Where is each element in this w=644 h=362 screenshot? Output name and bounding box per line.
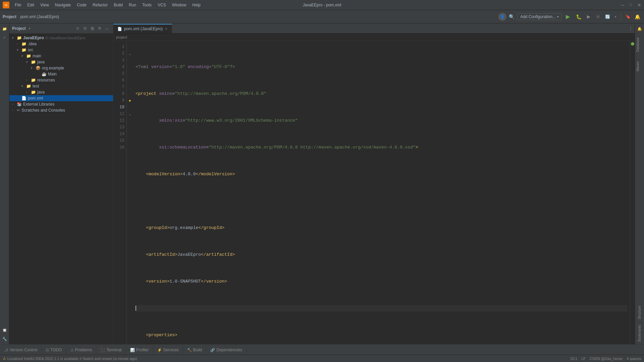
tab-overflow-btn[interactable]: ⋮ xyxy=(627,24,635,33)
maximize-button[interactable]: □ xyxy=(630,2,632,8)
tab-close-btn[interactable]: ✕ xyxy=(165,27,168,31)
run-with-coverage-btn[interactable]: ▶ xyxy=(585,13,593,21)
menu-run[interactable]: Run xyxy=(126,2,139,8)
tree-label-test-java: java xyxy=(37,90,45,95)
tree-item-java-folder[interactable]: ▾ 📁 java xyxy=(9,59,113,65)
tree-label-src: src xyxy=(28,48,33,52)
code-line-5: <modelVersion>4.0.0</modelVersion> xyxy=(136,171,627,178)
menu-refactor[interactable]: Refactor xyxy=(90,2,110,8)
chevron-down-icon-src: ▾ xyxy=(17,48,21,52)
tree-item-idea[interactable]: › 📁 .idea xyxy=(9,41,113,47)
chevron-right-extlibs: › xyxy=(12,103,17,106)
plugins-tool-btn[interactable]: 🔧 xyxy=(1,335,9,343)
notifications-btn[interactable]: 🔔 xyxy=(636,25,644,33)
code-line-4: xsi:schemaLocation="http://maven.apache.… xyxy=(136,144,627,151)
tab-xml-icon: 📄 xyxy=(117,27,122,31)
status-warning-text[interactable]: Localized IntelliJ IDEA 2022.1.1 is avai… xyxy=(7,357,137,361)
bottom-tab-problems[interactable]: ⚠ Problems xyxy=(66,345,97,355)
deps-icon: 🔗 xyxy=(210,348,215,352)
tree-item-src[interactable]: ▾ 📁 src xyxy=(9,47,113,53)
chevron-down-icon-org: ▾ xyxy=(31,66,36,70)
tree-item-main-class[interactable]: ☕ Main xyxy=(9,71,113,77)
code-line-9: <version>1.0-SNAPSHOT</version> xyxy=(136,278,627,285)
menu-bar: File Edit View Navigate Code Refactor Bu… xyxy=(12,2,203,8)
menu-view[interactable]: View xyxy=(38,2,52,8)
editor-tab-bar: 📄 pom.xml (JavaEEpro) ✕ ⋮ xyxy=(113,23,635,34)
main-folder-icon: 📁 xyxy=(26,54,31,58)
tree-item-extlibs[interactable]: › 📚 External Libraries xyxy=(9,101,113,107)
indent-info[interactable]: 4 spaces xyxy=(627,357,641,361)
scroll-to-file-btn[interactable]: ⊙ xyxy=(74,25,81,32)
tree-item-scratches[interactable]: › ✏ Scratches and Consoles xyxy=(9,107,113,113)
bottom-tab-todo[interactable]: ☑ TODO xyxy=(42,345,66,355)
scratches-icon: ✏ xyxy=(17,108,20,113)
minimize-button[interactable]: ─ xyxy=(621,2,624,8)
bottom-tab-build[interactable]: 🔨 Build xyxy=(183,345,207,355)
tree-item-org-example[interactable]: ▾ 📦 org.example xyxy=(9,65,113,71)
tree-item-main-folder[interactable]: ▾ 📁 main xyxy=(9,53,113,59)
menu-navigate[interactable]: Navigate xyxy=(52,2,73,8)
warning-icon: ⚠ xyxy=(3,356,6,361)
tree-item-resources[interactable]: › 📁 resources xyxy=(9,77,113,83)
user-icon-btn[interactable]: 👤 xyxy=(498,13,506,21)
tree-label-org-example: org.example xyxy=(42,66,64,70)
menu-tools[interactable]: Tools xyxy=(140,2,154,8)
chevron-right-icon: › xyxy=(17,42,21,46)
tree-item-test[interactable]: ▾ 📁 test xyxy=(9,83,113,89)
editor-tab-pom[interactable]: 📄 pom.xml (JavaEEpro) ✕ xyxy=(113,24,172,33)
collapse-all-btn[interactable]: ⊟ xyxy=(82,25,88,32)
structure-tool-btn[interactable]: 🔲 xyxy=(1,326,9,334)
run-config-selector[interactable]: Add Configuration... ▾ xyxy=(517,13,562,20)
left-icon-bar: 📁 ✓ 🔲 🔧 xyxy=(0,23,9,344)
menu-build[interactable]: Build xyxy=(111,2,125,8)
project-panel-dropdown[interactable]: ▾ xyxy=(27,26,33,31)
menu-help[interactable]: Help xyxy=(190,2,203,8)
cursor-position[interactable]: 10:1 xyxy=(570,357,577,361)
bottom-tab-vc[interactable]: ⎇ Version Control xyxy=(0,345,42,355)
structure-side-btn[interactable]: Structure xyxy=(638,304,641,321)
bottom-tab-profiler[interactable]: 📊 Profiler xyxy=(126,345,153,355)
bookmark-btn[interactable]: 🔖 xyxy=(624,13,632,21)
code-content[interactable]: <?xml version="1.0" encoding="UTF-8"?> <… xyxy=(133,41,630,344)
bookmarks-side-btn[interactable]: Bookmarks xyxy=(638,323,641,343)
bottom-tab-terminal[interactable]: ⬛ Terminal xyxy=(96,345,126,355)
maven-tool-btn[interactable]: Maven xyxy=(636,60,643,73)
search-everywhere-btn[interactable]: 🔍 xyxy=(508,13,516,21)
close-button[interactable]: ✕ xyxy=(637,2,641,8)
database-tool-btn[interactable]: Database xyxy=(636,36,643,53)
tree-item-test-java[interactable]: › 📁 java xyxy=(9,89,113,95)
stop-button[interactable]: ⏹ xyxy=(594,13,602,21)
encoding-info[interactable]: CSDN @Zao_horse xyxy=(590,357,623,361)
chevron-right-resources: › xyxy=(26,78,31,82)
notification-icon[interactable]: 🔔 xyxy=(633,13,641,21)
fold-marker-2[interactable]: ⌄ xyxy=(127,50,133,57)
code-editor[interactable]: 1 2 3 4 5 6 7 8 9 10 11 12 13 14 15 16 ⌄ xyxy=(113,41,635,344)
vc-icon: ⎇ xyxy=(4,348,8,352)
commit-tool-btn[interactable]: ✓ xyxy=(1,34,9,42)
bottom-area: ⎇ Version Control ☑ TODO ⚠ Problems ⬛ Te… xyxy=(0,344,644,362)
line-ending[interactable]: LF xyxy=(581,357,586,361)
breadcrumb-project[interactable]: project xyxy=(116,35,127,39)
line-num-1: 1 xyxy=(113,44,124,50)
menu-code[interactable]: Code xyxy=(74,2,89,8)
tree-item-pom[interactable]: 📄 pom.xml xyxy=(9,95,113,101)
fold-marker-11[interactable]: ⌄ xyxy=(127,111,133,117)
run-dropdown-btn[interactable]: ▾ xyxy=(613,13,618,21)
settings-btn[interactable]: ⚙ xyxy=(96,25,103,32)
debug-button[interactable]: 🐛 xyxy=(574,12,583,21)
menu-window[interactable]: Window xyxy=(169,2,189,8)
bottom-tab-deps[interactable]: 🔗 Dependencies xyxy=(206,345,247,355)
close-panel-btn[interactable]: — xyxy=(104,25,110,32)
update-app-btn[interactable]: 🔄 xyxy=(603,13,611,21)
menu-edit[interactable]: Edit xyxy=(24,2,37,8)
file-breadcrumb-item[interactable]: pom.xml (JavaEEpro) xyxy=(20,14,59,19)
tree-item-root[interactable]: ▾ 📁 JavaEEpro D:\JavaBase\JavaEEpro xyxy=(9,35,113,41)
bottom-tab-services[interactable]: ⚡ Services xyxy=(153,345,183,355)
menu-vcs[interactable]: VCS xyxy=(155,2,169,8)
project-tool-btn[interactable]: 📁 xyxy=(1,25,9,33)
tree-label-root: JavaEEpro xyxy=(23,36,44,40)
menu-file[interactable]: File xyxy=(12,2,24,8)
expand-all-btn[interactable]: ⊞ xyxy=(89,25,96,32)
run-button[interactable]: ▶ xyxy=(563,12,573,21)
chevron-down-icon-main: ▾ xyxy=(21,54,26,58)
